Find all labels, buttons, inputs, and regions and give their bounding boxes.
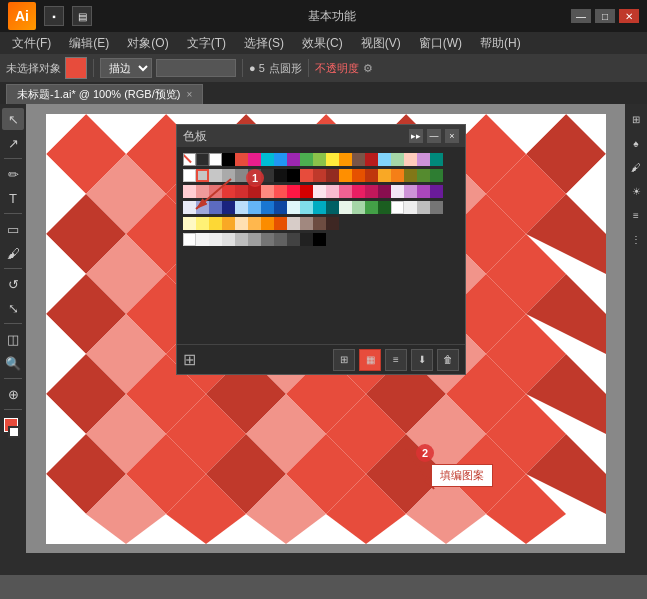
sw2-14[interactable] (352, 169, 365, 182)
sw2-13[interactable] (339, 169, 352, 182)
gray-8[interactable] (274, 233, 287, 246)
sw3-11[interactable] (313, 185, 326, 198)
white-swatch[interactable] (209, 153, 222, 166)
registration-swatch[interactable] (196, 153, 209, 166)
select-tool[interactable]: ↖ (2, 108, 24, 130)
gray-11[interactable] (313, 233, 326, 246)
black-swatch[interactable] (222, 153, 235, 166)
sw2-20[interactable] (430, 169, 443, 182)
right-panel-btn2[interactable]: ♠ (625, 132, 647, 154)
stroke-indicator[interactable] (8, 426, 20, 438)
gradient-tool[interactable]: ◫ (2, 328, 24, 350)
text-tool[interactable]: T (2, 187, 24, 209)
gray-2[interactable] (196, 233, 209, 246)
settings-icon[interactable]: ⚙ (363, 62, 373, 75)
sw3-4[interactable] (222, 185, 235, 198)
sw2-3[interactable] (209, 169, 222, 182)
right-panel-btn6[interactable]: ⋮ (625, 228, 647, 250)
sw3-9[interactable] (287, 185, 300, 198)
sw4-5[interactable] (235, 201, 248, 214)
minimize-button[interactable]: — (571, 9, 591, 23)
sw5-1[interactable] (183, 217, 196, 230)
sw4-6[interactable] (248, 201, 261, 214)
sw3-8[interactable] (274, 185, 287, 198)
menu-select[interactable]: 选择(S) (236, 33, 292, 54)
scale-tool[interactable]: ⤡ (2, 297, 24, 319)
gray-4[interactable] (222, 233, 235, 246)
sw2-2[interactable] (196, 169, 209, 182)
menu-edit[interactable]: 编辑(E) (61, 33, 117, 54)
sw5-10[interactable] (300, 217, 313, 230)
sw2-15[interactable] (365, 169, 378, 182)
menu-text[interactable]: 文字(T) (179, 33, 234, 54)
sw4-16[interactable] (378, 201, 391, 214)
sw5-5[interactable] (235, 217, 248, 230)
menu-help[interactable]: 帮助(H) (472, 33, 529, 54)
sw4-12[interactable] (326, 201, 339, 214)
sw2-12[interactable] (326, 169, 339, 182)
sw3-1[interactable] (183, 185, 196, 198)
brown-swatch[interactable] (352, 153, 365, 166)
right-panel-btn4[interactable]: ☀ (625, 180, 647, 202)
sw2-19[interactable] (417, 169, 430, 182)
sw2-18[interactable] (404, 169, 417, 182)
sw4-14[interactable] (352, 201, 365, 214)
peach-swatch[interactable] (404, 153, 417, 166)
purple-swatch[interactable] (287, 153, 300, 166)
stroke-select[interactable]: 描边 (100, 58, 152, 78)
sw2-16[interactable] (378, 169, 391, 182)
panel-close-button[interactable]: × (445, 129, 459, 143)
sw2-17[interactable] (391, 169, 404, 182)
blue-swatch[interactable] (274, 153, 287, 166)
sw2-10[interactable] (300, 169, 313, 182)
footer-fill-pattern-btn[interactable]: ▦ (359, 349, 381, 371)
fill-color-box[interactable] (65, 57, 87, 79)
gray-7[interactable] (261, 233, 274, 246)
gray-5[interactable] (235, 233, 248, 246)
rotate-tool[interactable]: ↺ (2, 273, 24, 295)
brush-tool[interactable]: 🖌 (2, 242, 24, 264)
doc-icon[interactable]: ▪ (44, 6, 64, 26)
sw5-9[interactable] (287, 217, 300, 230)
sw3-18[interactable] (404, 185, 417, 198)
document-tab[interactable]: 未标题-1.ai* @ 100% (RGB/预览) × (6, 84, 203, 104)
menu-object[interactable]: 对象(O) (119, 33, 176, 54)
sw3-20[interactable] (430, 185, 443, 198)
sw4-2[interactable] (196, 201, 209, 214)
sw4-8[interactable] (274, 201, 287, 214)
red-swatch[interactable] (235, 153, 248, 166)
none-swatch[interactable] (183, 153, 196, 166)
sw5-3[interactable] (209, 217, 222, 230)
gray-3[interactable] (209, 233, 222, 246)
maximize-button[interactable]: □ (595, 9, 615, 23)
color-panel-header[interactable]: 色板 ▸▸ — × (177, 125, 465, 147)
sw5-6[interactable] (248, 217, 261, 230)
sw5-8[interactable] (274, 217, 287, 230)
gray-6[interactable] (248, 233, 261, 246)
right-panel-btn5[interactable]: ≡ (625, 204, 647, 226)
lavender-swatch[interactable] (417, 153, 430, 166)
sw4-3[interactable] (209, 201, 222, 214)
footer-delete-btn[interactable]: 🗑 (437, 349, 459, 371)
menu-view[interactable]: 视图(V) (353, 33, 409, 54)
sw3-13[interactable] (339, 185, 352, 198)
sw4-17[interactable] (391, 201, 404, 214)
direct-select-tool[interactable]: ↗ (2, 132, 24, 154)
sw5-11[interactable] (313, 217, 326, 230)
right-panel-btn3[interactable]: 🖌 (625, 156, 647, 178)
stroke-width-slider[interactable] (156, 59, 236, 77)
sw4-10[interactable] (300, 201, 313, 214)
sw3-19[interactable] (417, 185, 430, 198)
light-green-swatch[interactable] (391, 153, 404, 166)
orange-swatch[interactable] (339, 153, 352, 166)
sw4-19[interactable] (417, 201, 430, 214)
sw5-2[interactable] (196, 217, 209, 230)
sw5-7[interactable] (261, 217, 274, 230)
menu-effect[interactable]: 效果(C) (294, 33, 351, 54)
sw3-14[interactable] (352, 185, 365, 198)
green-swatch[interactable] (300, 153, 313, 166)
menu-window[interactable]: 窗口(W) (411, 33, 470, 54)
sw3-3[interactable] (209, 185, 222, 198)
eyedropper-tool[interactable]: 🔍 (2, 352, 24, 374)
gray-1[interactable] (183, 233, 196, 246)
